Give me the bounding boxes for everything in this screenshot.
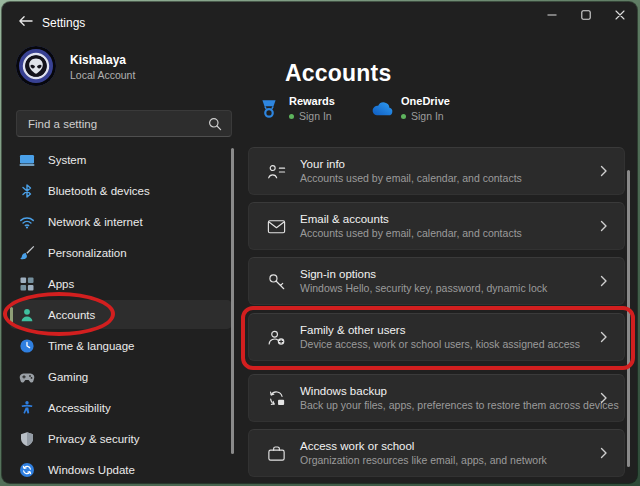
signin-status-dot [289,114,294,119]
selected-accent-pill [10,307,13,323]
sidebar-nav: System Bluetooth & devices Network & int… [10,145,232,483]
sidebar-item-label: Network & internet [48,216,143,228]
sidebar-item-time-language[interactable]: Time & language [10,331,232,360]
sidebar-item-label: Bluetooth & devices [48,185,150,197]
sidebar-item-accessibility[interactable]: Accessibility [10,393,232,422]
row-windows-backup[interactable]: Windows backup Back up your files, apps,… [248,374,625,422]
promo-label: OneDrive [401,95,450,107]
promo-signin[interactable]: Sign In [401,110,450,122]
people-add-icon [266,327,287,348]
row-email-accounts[interactable]: Email & accounts Accounts used by email,… [248,202,625,250]
sidebar-item-label: System [48,154,86,166]
chevron-right-icon [600,220,608,232]
sidebar-scrollbar[interactable] [231,148,234,454]
apps-grid-icon [19,276,35,292]
sidebar-item-apps[interactable]: Apps [10,269,232,298]
sidebar-item-accounts[interactable]: Accounts [10,300,232,329]
rewards-promo[interactable]: Rewards Sign In [258,95,335,122]
window-controls [535,2,637,28]
paintbrush-icon [19,245,35,261]
search-icon [208,117,222,131]
row-your-info[interactable]: Your info Accounts used by email, calend… [248,147,625,195]
row-subtitle: Device access, work or school users, kio… [300,338,580,350]
close-button[interactable] [603,2,637,28]
maximize-button[interactable] [569,2,603,28]
row-signin-options[interactable]: Sign-in options Windows Hello, security … [248,257,625,305]
signin-status-dot [401,114,406,119]
sidebar-item-personalization[interactable]: Personalization [10,238,232,267]
row-subtitle: Organization resources like email, apps,… [300,454,547,466]
back-arrow-icon [18,15,33,27]
avatar [16,46,56,86]
row-subtitle: Accounts used by email, calendar, and co… [300,172,522,184]
sidebar-item-windows-update[interactable]: Windows Update [10,455,232,483]
chevron-right-icon [600,165,608,177]
row-title: Family & other users [300,324,580,336]
minimize-button[interactable] [535,2,569,28]
search-input[interactable] [17,118,208,130]
window-title: Settings [42,16,85,30]
row-title: Access work or school [300,440,547,452]
rewards-icon [258,98,280,120]
accounts-person-icon [19,307,35,323]
onedrive-promo[interactable]: OneDrive Sign In [370,95,450,122]
promo-signin[interactable]: Sign In [289,110,335,122]
row-access-work-school[interactable]: Access work or school Organization resou… [248,429,625,477]
profile-name: Kishalaya [70,53,126,67]
chevron-right-icon [600,392,608,404]
row-title: Windows backup [300,385,619,397]
person-card-icon [266,161,287,182]
row-title: Your info [300,158,522,170]
page-title: Accounts [285,60,391,87]
sidebar-item-label: Apps [48,278,74,290]
wifi-icon [19,214,35,230]
sidebar-item-gaming[interactable]: Gaming [10,362,232,391]
accessibility-icon [19,400,35,416]
chevron-right-icon [600,447,608,459]
row-title: Email & accounts [300,213,522,225]
sidebar-item-network[interactable]: Network & internet [10,207,232,236]
row-family-other-users[interactable]: Family & other users Device access, work… [248,313,625,361]
promo-label: Rewards [289,95,335,107]
row-subtitle: Accounts used by email, calendar, and co… [300,227,522,239]
shield-icon [19,431,35,447]
back-button[interactable] [12,10,38,32]
chevron-right-icon [600,275,608,287]
row-subtitle: Back up your files, apps, preferences to… [300,399,619,411]
sidebar-item-label: Time & language [48,340,135,352]
chevron-right-icon [600,331,608,343]
onedrive-cloud-icon [370,98,392,120]
key-icon [266,271,287,292]
signin-label: Sign In [411,110,444,122]
row-title: Sign-in options [300,268,547,280]
search-box [16,110,232,137]
system-icon [19,152,35,168]
signin-label: Sign In [299,110,332,122]
sidebar-item-bluetooth[interactable]: Bluetooth & devices [10,176,232,205]
sidebar-item-system[interactable]: System [10,145,232,174]
settings-window: Settings Kishalaya Local Account [2,2,637,483]
sidebar-item-privacy[interactable]: Privacy & security [10,424,232,453]
envelope-icon [266,216,287,237]
bluetooth-icon [19,183,35,199]
backup-sync-icon [266,388,287,409]
clock-icon [19,338,35,354]
gamepad-icon [19,369,35,385]
profile-account-type: Local Account [70,69,135,81]
sidebar-item-label: Personalization [48,247,127,259]
sidebar-item-label: Privacy & security [48,433,139,445]
content-scrollbar[interactable] [627,170,630,467]
sidebar-item-label: Gaming [48,371,88,383]
sidebar-item-label: Accessibility [48,402,111,414]
row-subtitle: Windows Hello, security key, password, d… [300,282,547,294]
briefcase-icon [266,443,287,464]
sidebar-item-label: Windows Update [48,464,135,476]
update-icon [19,462,35,478]
sidebar-item-label: Accounts [48,309,95,321]
